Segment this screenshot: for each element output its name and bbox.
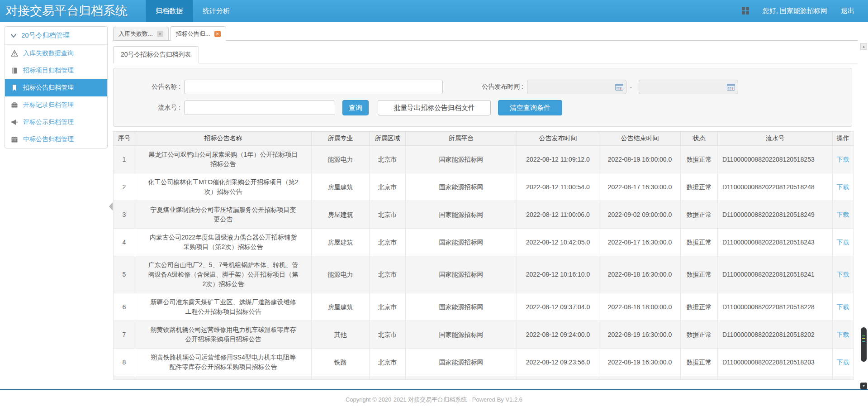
cell-seq: 8 [114, 349, 135, 376]
nav-item-label: 统计分析 [203, 7, 230, 15]
announcement-name-label: 公告名称 : [114, 83, 180, 91]
column-header: 流水号 [718, 132, 833, 146]
sidebar-group-label: 20号令归档管理 [21, 31, 70, 40]
cell-name: 广东公司台山电厂2、5、7号机组锅炉本体、转机、管阀设备A级检修（含保温、脚手架… [135, 256, 312, 293]
sidebar-item-label: 开标记录归档管理 [23, 101, 74, 109]
download-link[interactable]: 下载 [837, 359, 849, 366]
column-header: 状态 [681, 132, 718, 146]
cell-end: 2022-08-17 16:30:00.0 [599, 173, 681, 201]
publish-to-wrap [639, 80, 738, 94]
vertical-scrollbar[interactable]: ▲ ▼ [860, 43, 867, 389]
announcement-name-input[interactable] [184, 80, 443, 94]
batch-export-button[interactable]: 批量导出招标公告归档文件 [378, 100, 491, 115]
cell-seq: 1 [114, 146, 135, 173]
publish-from-wrap [527, 80, 626, 94]
download-link[interactable]: 下载 [837, 156, 849, 163]
cell-name: 黑龙江公司双鸭山公司尿素采购（1年）公开招标项目招标公告 [135, 146, 312, 173]
page-footer: Copyright © 2020-2021 对接交易平台归档系统 - Power… [0, 389, 868, 404]
cell-end: 2022-08-19 16:30:00.0 [599, 349, 681, 376]
sidebar-item-label: 中标公告归档管理 [23, 135, 74, 144]
sidebar-item-award-announcement-archive[interactable]: 中标公告归档管理 [5, 131, 107, 148]
sidebar-collapse-arrow-icon[interactable] [109, 202, 113, 211]
calendar-picker-icon[interactable] [615, 83, 623, 91]
cell-end: 2022-08-19 16:30:00.0 [599, 321, 681, 349]
cell-major: 房屋建筑 [312, 173, 370, 201]
tab-label: 入库失败数... [119, 30, 153, 38]
download-link[interactable]: 下载 [837, 331, 849, 338]
cell-status: 数据正常 [681, 321, 718, 349]
nav-item-archive-data[interactable]: 归档数据 [146, 0, 193, 22]
panel-tab-list[interactable]: 20号令招标公告归档列表 [113, 46, 199, 63]
download-link[interactable]: 下载 [837, 239, 849, 246]
sidebar: 20号令归档管理 入库失败数据查询 招标项目归档管理 招标公告归档管理 开标记录… [5, 26, 108, 148]
cell-serial: D1100000088202208120518243 [718, 229, 833, 256]
tab-close-icon[interactable]: ✕ [214, 31, 221, 37]
cell-serial: D1100000088202208120518248 [718, 173, 833, 201]
sidebar-item-bid-opening-archive[interactable]: 开标记录归档管理 [5, 96, 107, 114]
cell-region: 北京市 [370, 293, 406, 321]
calendar-picker-icon[interactable] [727, 83, 735, 91]
cell-status: 数据正常 [681, 146, 718, 173]
download-link[interactable]: 下载 [837, 303, 849, 311]
publish-from-input[interactable] [527, 80, 626, 94]
bookmark-icon [11, 84, 18, 91]
sidebar-item-announcement-archive[interactable]: 招标公告归档管理 [5, 79, 107, 96]
scroll-down-arrow-icon[interactable]: ▼ [860, 383, 867, 389]
top-bar: 对接交易平台归档系统 归档数据 统计分析 您好, 国家能源招标网 退出 [0, 0, 868, 22]
cell-major: 铁路 [312, 349, 370, 376]
cell-major: 房屋建筑 [312, 293, 370, 321]
query-button[interactable]: 查询 [342, 100, 369, 115]
serial-number-input[interactable] [184, 101, 335, 115]
logout-link[interactable]: 退出 [841, 7, 854, 15]
clear-conditions-button[interactable]: 清空查询条件 [498, 100, 562, 115]
cell-platform: 国家能源招标网 [406, 256, 517, 293]
scrollbar-thumb[interactable] [861, 327, 867, 362]
app-grid-icon[interactable] [742, 7, 749, 14]
cell-publish: 2022-08-12 09:23:56.0 [517, 349, 599, 376]
cell-end: 2022-08-18 16:30:00.0 [599, 256, 681, 293]
search-panel: 公告名称 : 公告发布时间 : - 流水号 : 查询 批量导出招标公告归档文件 … [113, 68, 852, 127]
cell-publish: 2022-08-12 10:42:05.0 [517, 229, 599, 256]
nav-item-statistics[interactable]: 统计分析 [193, 0, 240, 22]
sidebar-item-label: 招标公告归档管理 [23, 84, 74, 92]
cell-seq: 6 [114, 293, 135, 321]
table-body: 1黑龙江公司双鸭山公司尿素采购（1年）公开招标项目招标公告能源电力北京市国家能源… [114, 146, 854, 380]
cell-publish: 2022-08-12 10:16:10.0 [517, 256, 599, 293]
copyright-text: Copyright © 2020-2021 对接交易平台归档系统 - Power… [346, 396, 522, 403]
cell-name: 朔黄铁路机辆公司运营维修用电力机车碳滑板零库存公开招标采购项目招标公告 [135, 321, 312, 349]
sidebar-item-project-archive[interactable]: 招标项目归档管理 [5, 62, 107, 79]
table-row: 5广东公司台山电厂2、5、7号机组锅炉本体、转机、管阀设备A级检修（含保温、脚手… [114, 256, 854, 293]
column-header: 操作 [833, 132, 854, 146]
cell-status: 数据正常 [681, 256, 718, 293]
cell-action: 下载 [833, 256, 854, 293]
cell-platform: 国家能源招标网 [406, 229, 517, 256]
cell-seq: 5 [114, 256, 135, 293]
cell-name: 朔黄铁路机辆公司运营维修用SS4型电力机车电阻等配件零库存公开招标采购项目招标公… [135, 349, 312, 376]
download-link[interactable]: 下载 [837, 211, 849, 218]
cell-name: 内蒙古公司2022年度集团级液力偶合器公开招标铺货采购项目（第2次）招标公告 [135, 229, 312, 256]
tab-close-icon[interactable]: ✕ [157, 31, 163, 37]
publish-to-input[interactable] [639, 80, 738, 94]
table-row: 2化工公司榆林化工MTO催化剂采购公开招标项目（第2次）招标公告房屋建筑北京市国… [114, 173, 854, 201]
sidebar-item-failed-data-query[interactable]: 入库失败数据查询 [5, 45, 107, 62]
download-link[interactable]: 下载 [837, 271, 849, 278]
megaphone-icon [11, 119, 18, 126]
table-row-partial [114, 376, 854, 380]
scroll-up-arrow-icon[interactable]: ▲ [860, 43, 867, 50]
sidebar-item-label: 评标公示归档管理 [23, 118, 74, 126]
sidebar-item-evaluation-publicity-archive[interactable]: 评标公示归档管理 [5, 114, 107, 131]
download-link[interactable]: 下载 [837, 183, 849, 191]
sidebar-group-header[interactable]: 20号令归档管理 [5, 27, 107, 45]
table-row: 6新疆公司准东露天煤矿工业区、选煤厂道路建设维修工程公开招标项目招标公告房屋建筑… [114, 293, 854, 321]
sidebar-item-label: 招标项目归档管理 [23, 67, 74, 75]
tab-announcement-archive[interactable]: 招标公告归... ✕ [171, 26, 226, 41]
table-row: 3宁夏煤业煤制油分公司带压堵漏服务公开招标项目变更公告房屋建筑北京市国家能源招标… [114, 201, 854, 229]
cell-region: 北京市 [370, 201, 406, 229]
document-tabs: 入库失败数... ✕ 招标公告归... ✕ [113, 26, 858, 41]
table-row: 1黑龙江公司双鸭山公司尿素采购（1年）公开招标项目招标公告能源电力北京市国家能源… [114, 146, 854, 173]
column-header: 所属区域 [370, 132, 406, 146]
top-bar-right: 您好, 国家能源招标网 退出 [742, 0, 868, 22]
table-head-row: 序号招标公告名称所属专业所属区域所属平台公告发布时间公告结束时间状态流水号操作 [114, 132, 854, 146]
tab-failed-data[interactable]: 入库失败数... ✕ [113, 27, 169, 40]
cell-end: 2022-09-02 09:00:00.0 [599, 201, 681, 229]
